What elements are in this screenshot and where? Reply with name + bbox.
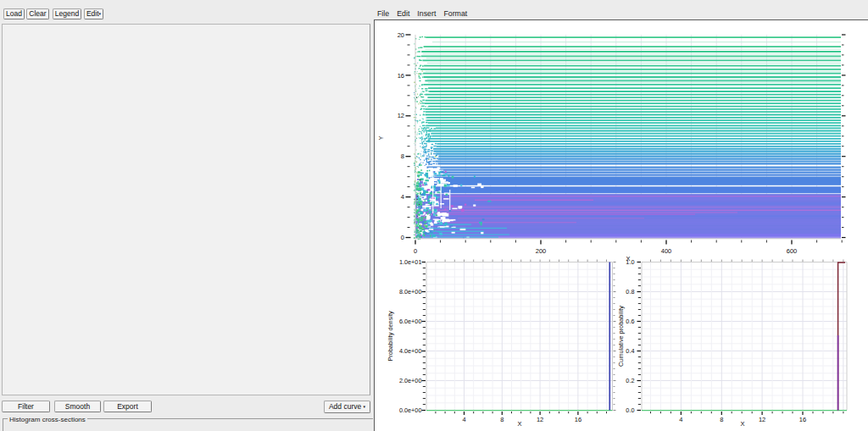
svg-text:200: 200 <box>536 247 547 255</box>
svg-text:X: X <box>740 420 744 428</box>
svg-text:8: 8 <box>720 416 723 423</box>
svg-text:16: 16 <box>398 72 404 80</box>
svg-text:0: 0 <box>414 247 417 255</box>
svg-text:16: 16 <box>575 416 581 423</box>
svg-text:4: 4 <box>401 193 404 201</box>
svg-text:Y: Y <box>377 135 385 140</box>
svg-text:0.2: 0.2 <box>626 377 634 384</box>
svg-text:12: 12 <box>537 416 543 423</box>
svg-text:1.0e+01: 1.0e+01 <box>399 258 422 266</box>
svg-text:0.6: 0.6 <box>626 318 634 325</box>
svg-text:0: 0 <box>401 234 404 241</box>
svg-text:X: X <box>517 420 521 428</box>
svg-text:4: 4 <box>679 416 682 423</box>
svg-text:6.0e+00: 6.0e+00 <box>399 318 422 325</box>
svg-text:16: 16 <box>799 416 806 423</box>
svg-text:0.0: 0.0 <box>626 406 634 414</box>
svg-text:4.0e+00: 4.0e+00 <box>399 347 422 355</box>
svg-text:0.0e+00: 0.0e+00 <box>399 406 422 414</box>
svg-text:600: 600 <box>787 247 798 255</box>
svg-text:4: 4 <box>462 416 465 423</box>
svg-text:2.0e+00: 2.0e+00 <box>399 377 422 384</box>
svg-text:1.0: 1.0 <box>626 258 634 266</box>
svg-text:12: 12 <box>398 112 404 119</box>
svg-text:0.8: 0.8 <box>626 288 634 296</box>
svg-text:8: 8 <box>500 416 504 423</box>
svg-text:400: 400 <box>661 247 672 255</box>
svg-text:20: 20 <box>398 31 404 39</box>
svg-text:Probability density: Probability density <box>387 311 394 362</box>
svg-text:8.0e+00: 8.0e+00 <box>399 288 422 296</box>
svg-text:Cumulative probability: Cumulative probability <box>617 306 625 367</box>
svg-text:12: 12 <box>759 416 765 423</box>
svg-text:8: 8 <box>401 152 404 160</box>
svg-text:0.4: 0.4 <box>626 347 634 355</box>
